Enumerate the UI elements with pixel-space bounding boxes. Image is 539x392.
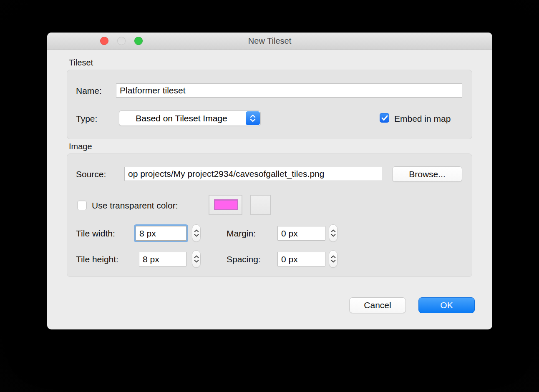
stepper-down-icon: [194, 234, 199, 237]
cancel-button[interactable]: Cancel: [349, 297, 406, 313]
margin-stepper[interactable]: [329, 224, 338, 242]
tile-width-stepper[interactable]: [192, 224, 201, 242]
use-transparent-color-label: Use transparent color:: [92, 201, 178, 211]
desktop-background: New Tileset Tileset Name: Type: Based on…: [0, 0, 539, 392]
source-input[interactable]: [124, 167, 382, 181]
tile-height-stepper[interactable]: [192, 250, 201, 268]
tile-height-label: Tile height:: [76, 254, 118, 264]
ok-button-label: OK: [440, 300, 453, 310]
window-title: New Tileset: [47, 33, 492, 50]
source-label: Source:: [76, 169, 106, 179]
stepper-up-icon: [331, 229, 336, 232]
spacing-label: Spacing:: [227, 254, 261, 264]
stepper-up-icon: [194, 229, 199, 232]
use-transparent-color-checkbox[interactable]: [77, 201, 87, 210]
color-picker-button[interactable]: [250, 195, 271, 215]
tile-width-label: Tile width:: [76, 229, 115, 239]
tileset-groupbox: [67, 70, 472, 139]
check-icon: [381, 115, 388, 121]
stepper-down-icon: [331, 234, 336, 237]
spacing-input[interactable]: [277, 252, 325, 266]
stepper-up-icon: [331, 255, 336, 258]
new-tileset-dialog: New Tileset Tileset Name: Type: Based on…: [47, 33, 492, 329]
stepper-down-icon: [194, 260, 199, 263]
title-bar[interactable]: New Tileset: [47, 33, 492, 50]
name-label: Name:: [76, 86, 102, 96]
popup-chevrons-icon: [246, 111, 260, 125]
embed-in-map-label: Embed in map: [394, 114, 451, 124]
type-selected-value: Based on Tileset Image: [119, 111, 244, 126]
tile-height-input[interactable]: [139, 252, 186, 266]
cancel-button-label: Cancel: [364, 300, 391, 310]
spacing-stepper[interactable]: [329, 250, 338, 268]
type-label: Type:: [76, 114, 97, 124]
browse-button-label: Browse...: [409, 169, 446, 179]
transparent-color-swatch-button[interactable]: [209, 195, 242, 215]
image-section-label: Image: [69, 142, 92, 151]
margin-label: Margin:: [227, 229, 256, 239]
tileset-section-label: Tileset: [69, 58, 93, 68]
margin-input[interactable]: [277, 226, 325, 241]
type-select[interactable]: Based on Tileset Image: [119, 111, 261, 126]
stepper-down-icon: [331, 260, 336, 263]
embed-in-map-checkbox[interactable]: [380, 113, 389, 123]
browse-button[interactable]: Browse...: [392, 166, 462, 182]
tile-width-input[interactable]: [136, 226, 186, 241]
ok-button[interactable]: OK: [418, 297, 475, 313]
stepper-up-icon: [194, 255, 199, 258]
name-input[interactable]: [116, 83, 462, 98]
transparent-color-swatch: [214, 199, 238, 210]
